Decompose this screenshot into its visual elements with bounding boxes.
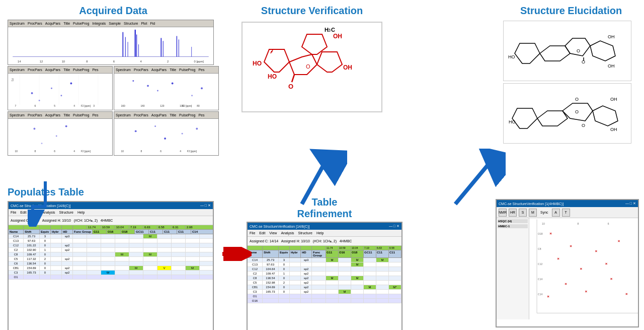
toolbar-integrals[interactable]: Integrals <box>92 22 106 25</box>
toolbar-icons: Assigned C: 14/14 Assigned H: 10/10 (#CH… <box>11 219 113 223</box>
btn-nmr[interactable]: NMR <box>499 209 507 217</box>
table-row: C13 97.63 0 <box>9 239 213 243</box>
menu-help-ref[interactable]: Help <box>316 231 324 235</box>
window-controls[interactable]: — □ ✕ <box>200 204 211 208</box>
arrow-down-left-svg <box>28 179 53 227</box>
svg-text:6: 6 <box>34 105 36 107</box>
table-row: O1 <box>248 294 401 299</box>
table-row: CB1 154.69 0 sp2 M M* M <box>248 285 401 290</box>
toolbar-fid[interactable]: Fid <box>150 22 155 25</box>
svg-text:×: × <box>605 261 608 266</box>
table-row: C12 101.22 0 sp2 <box>9 243 213 248</box>
svg-text:×: × <box>557 256 559 261</box>
svg-text:8: 8 <box>34 150 36 153</box>
2d-spectrum-4-svg: 10 8 6 4 F2 [ppm] <box>114 119 218 155</box>
svg-text:6: 6 <box>608 222 609 225</box>
svg-text:HO: HO <box>253 60 262 67</box>
svg-text:8: 8 <box>577 222 579 225</box>
svg-line-139 <box>455 159 493 204</box>
elucidation-structure-1: O O HO OH OH <box>503 21 631 81</box>
spectrum-2d-1: Spectrum ProcPars AcquPars Title PulsePr… <box>8 66 113 110</box>
svg-text:O: O <box>306 63 310 70</box>
svg-point-28 <box>51 88 52 89</box>
structure-elucidation-title: Structure Elucidation <box>503 5 639 17</box>
svg-text:O: O <box>575 109 579 114</box>
menu-analysis-ref[interactable]: Analysis <box>281 231 294 235</box>
toolbar-structure[interactable]: Structure <box>124 22 138 25</box>
svg-text:6: 6 <box>160 150 162 153</box>
structure-verification-section: Structure Verification O O HO HO OH OH H… <box>231 5 392 112</box>
table-refinement-screenshot: CMC-se StructureVerification [14/8(C)] —… <box>247 222 403 330</box>
svg-text:F2 [ppm]: F2 [ppm] <box>81 105 91 107</box>
spectra-grid: Spectrum ProcPars AcquPars Title PulsePr… <box>8 66 219 156</box>
toolbar-procpars[interactable]: ProcPars <box>28 22 42 25</box>
svg-point-65 <box>164 138 166 140</box>
svg-rect-62 <box>119 119 214 155</box>
molecule-svg: O O HO HO OH OH H 3 C <box>247 24 377 110</box>
svg-point-54 <box>56 136 57 137</box>
svg-text:10: 10 <box>62 60 65 63</box>
table-refinement-section: Table Refinement CMC-se StructureVerific… <box>247 196 403 330</box>
toolbar-title[interactable]: Title <box>63 22 70 25</box>
table-column-headers: Name Shift Equiv Hybr HD Func Group G11 … <box>9 230 213 234</box>
menu-edit[interactable]: Edit <box>20 211 26 214</box>
toolbar-acqupars[interactable]: AcquPars <box>45 22 60 25</box>
svg-text:F2 [ppm]: F2 [ppm] <box>182 105 192 107</box>
structure-elucidation-section: Structure Elucidation O O HO OH OH <box>503 5 639 146</box>
btn-t[interactable]: T <box>562 209 570 217</box>
toolbar-plot[interactable]: Plot <box>141 22 147 25</box>
svg-text:6: 6 <box>113 60 115 63</box>
svg-point-53 <box>33 128 35 130</box>
toolbar-pulseprog[interactable]: PulseProg <box>73 22 89 25</box>
elucidation-svg-1: O O HO OH OH <box>507 23 628 79</box>
svg-text:×: × <box>580 267 582 271</box>
toolbar-spectrum[interactable]: Spectrum <box>10 22 25 25</box>
svg-rect-99 <box>510 88 625 139</box>
table-row: O16 <box>248 299 401 303</box>
table-ref-menubar[interactable]: File Edit View Analysis Structure Help <box>248 230 401 237</box>
svg-point-40 <box>132 80 134 82</box>
btn-m[interactable]: M <box>529 209 537 217</box>
btn-hr[interactable]: HR <box>509 209 517 217</box>
svg-text:5: 5 <box>54 105 55 107</box>
svg-text:10: 10 <box>121 150 124 153</box>
toolbar-sample[interactable]: Sample <box>109 22 121 25</box>
btn-s[interactable]: S <box>519 209 527 217</box>
menu-file[interactable]: File <box>11 211 16 214</box>
svg-text:160: 160 <box>121 105 125 107</box>
cmcse-left-panel: HSQC (H) HMBC-1 <box>497 218 529 319</box>
svg-rect-52 <box>13 119 108 155</box>
table-row: C8 109.47 0 M M <box>9 252 213 257</box>
svg-point-45 <box>201 87 203 89</box>
cmcse-title: CMC-se StructureVerification [1(4HMBC)] <box>499 202 564 206</box>
svg-point-64 <box>154 125 156 127</box>
svg-text:F2 [ppm]: F2 [ppm] <box>187 150 197 153</box>
svg-text:O: O <box>577 48 580 53</box>
menu-structure[interactable]: Structure <box>59 211 73 214</box>
table-row: C13 97.63 0 M <box>248 262 401 267</box>
table-ref-toolbar: Assigned C: 14/14 Assigned H: 10/10 (#CH… <box>248 237 401 246</box>
svg-text:F2 [ppm]: F2 [ppm] <box>81 150 91 153</box>
cmcse-toolbar[interactable]: NMR HR S M Sync A T <box>497 207 638 218</box>
svg-text:10: 10 <box>542 222 545 225</box>
menu-file-ref[interactable]: File <box>250 231 255 235</box>
cmcse-titlebar: CMC-se StructureVerification [1(4HMBC)] … <box>497 200 638 207</box>
menu-view-ref[interactable]: View <box>269 231 277 235</box>
spectrum-toolbar[interactable]: Spectrum ProcPars AcquPars Title PulsePr… <box>8 20 213 27</box>
acquired-data-title: Acquired Data <box>8 5 219 17</box>
2d-spectrum-2-svg: 160 140 120 100 80 F2 [ppm] <box>114 74 218 110</box>
svg-text:120: 120 <box>160 105 164 107</box>
svg-text:C14: C14 <box>538 278 542 281</box>
table-ref-window-controls[interactable]: — □ ✕ <box>389 224 399 228</box>
svg-text:OH: OH <box>610 97 617 102</box>
btn-a[interactable]: A <box>552 209 560 217</box>
svg-point-29 <box>70 83 72 85</box>
spectrum-1h-plot: 14 12 10 8 6 4 2 0 [ppm] <box>8 27 213 64</box>
svg-point-56 <box>41 143 43 144</box>
menu-structure-ref[interactable]: Structure <box>298 231 312 235</box>
menu-edit-ref[interactable]: Edit <box>259 231 265 235</box>
cmcse-window-controls[interactable]: — □ ✕ <box>625 202 636 206</box>
svg-point-43 <box>172 83 174 85</box>
svg-text:O18: O18 <box>538 232 543 235</box>
menu-help[interactable]: Help <box>77 211 85 214</box>
